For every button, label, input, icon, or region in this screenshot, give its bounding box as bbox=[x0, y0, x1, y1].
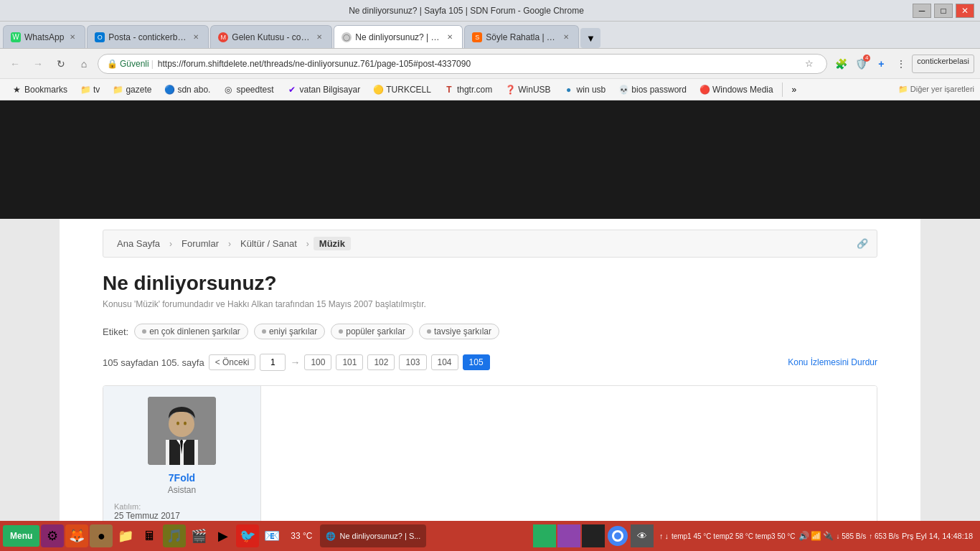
tag-eniyi[interactable]: eniyi şarkılar bbox=[254, 324, 325, 339]
bookmark-label: WinUSB bbox=[518, 85, 550, 95]
close-button[interactable]: ✕ bbox=[956, 4, 974, 18]
add-icon[interactable]: + bbox=[872, 55, 890, 73]
profile-name[interactable]: contickerbelasi bbox=[912, 55, 974, 73]
username[interactable]: 7Fold bbox=[169, 472, 195, 484]
tab-posta[interactable]: O Posta - contickerbelasi... ✕ bbox=[87, 25, 209, 48]
taskbar-icon-9[interactable]: 🐦 bbox=[236, 524, 259, 547]
url-text[interactable]: https://forum.shiftdelete.net/threads/ne… bbox=[158, 59, 796, 69]
bookmarks-more-button[interactable]: » bbox=[786, 81, 803, 98]
taskbar-icon-8[interactable]: ▶ bbox=[212, 524, 235, 547]
tag-en-cok[interactable]: en çok dinlenen şarkılar bbox=[134, 324, 248, 339]
speedtest-icon: ◎ bbox=[223, 85, 233, 95]
taskbar-color-block-2 bbox=[533, 524, 556, 547]
tab-whatsapp[interactable]: W WhatsApp ✕ bbox=[3, 25, 85, 48]
taskbar-icon-2[interactable]: 🦊 bbox=[65, 524, 88, 547]
tab-more-button[interactable]: ▼ bbox=[580, 28, 600, 48]
bookmark-turkcell[interactable]: 🟡 TURKCELL bbox=[367, 81, 437, 98]
taskbar-icon-4[interactable]: 📁 bbox=[114, 524, 137, 547]
bookmark-label: Bookmarks bbox=[24, 85, 67, 95]
taskbar-chrome-icon[interactable] bbox=[606, 524, 629, 547]
start-button[interactable]: Menu bbox=[3, 525, 39, 547]
network-icons: ↑ ↓ bbox=[659, 532, 669, 540]
gelen-icon: M bbox=[218, 32, 228, 42]
taskbar-icon-3[interactable]: ● bbox=[90, 524, 113, 547]
net-speed-up: ↑ 653 B/s bbox=[869, 532, 899, 540]
bookmark-winusb[interactable]: ❓ WinUSB bbox=[499, 81, 556, 98]
breadcrumb-kultur[interactable]: Kültür / Sanat bbox=[235, 236, 302, 251]
home-button[interactable]: ⌂ bbox=[75, 55, 93, 73]
thgtr-icon: T bbox=[444, 85, 454, 95]
page-104[interactable]: 104 bbox=[431, 354, 458, 370]
tab-gelen-close[interactable]: ✕ bbox=[314, 32, 324, 42]
page-100[interactable]: 100 bbox=[304, 354, 331, 370]
tag-label-1: en çok dinlenen şarkılar bbox=[149, 326, 240, 336]
konu-izlemesini-durdur-button[interactable]: Konu İzlemesini Durdur bbox=[788, 357, 877, 367]
page-101[interactable]: 101 bbox=[336, 354, 363, 370]
avatar-svg bbox=[148, 397, 216, 465]
breadcrumb-forumlar[interactable]: Forumlar bbox=[176, 236, 224, 251]
tab-soyle-close[interactable]: ✕ bbox=[561, 32, 571, 42]
taskbar-icon-10[interactable]: 📧 bbox=[260, 524, 283, 547]
prev-page-button[interactable]: < Önceki bbox=[209, 354, 256, 370]
winusb-icon: ❓ bbox=[505, 85, 515, 95]
secure-text: Güvenli bbox=[120, 59, 149, 69]
page-102[interactable]: 102 bbox=[367, 354, 395, 370]
taskbar-active-app[interactable]: 🌐 Ne dinliyorsunuz? | S... bbox=[320, 524, 427, 547]
folder-icon: 📁 bbox=[113, 85, 123, 95]
bios-icon: 💀 bbox=[618, 85, 628, 95]
page-103[interactable]: 103 bbox=[399, 354, 426, 370]
minimize-button[interactable]: ─ bbox=[913, 4, 931, 18]
circle-icon: 🔵 bbox=[164, 85, 174, 95]
tag-populer[interactable]: popüler şarkılar bbox=[331, 324, 413, 339]
url-action-icons: ☆ bbox=[801, 55, 818, 72]
url-bar[interactable]: 🔒 Güvenli | https://forum.shiftdelete.ne… bbox=[98, 54, 827, 74]
taskbar-icon-6[interactable]: 🎵 bbox=[163, 524, 186, 547]
tab-ne-dinliyorsunuz[interactable]: ◯ Ne dinliyorsunuz? | Say... ✕ bbox=[334, 25, 463, 48]
taskbar-icon-1[interactable]: ⚙ bbox=[41, 524, 64, 547]
bookmark-bios[interactable]: 💀 bios password bbox=[613, 81, 692, 98]
windows-media-icon: 🔴 bbox=[699, 85, 710, 95]
taskbar-icon-5[interactable]: 🖩 bbox=[138, 524, 161, 547]
bookmark-gazete[interactable]: 📁 gazete bbox=[107, 81, 157, 98]
tab-soyle[interactable]: S Söyle Rahatla | Sayfa 5 ✕ bbox=[464, 25, 579, 48]
breadcrumb-ana-sayfa[interactable]: Ana Sayfa bbox=[112, 236, 165, 251]
app-icon: 🌐 bbox=[326, 532, 336, 541]
tab-active-close[interactable]: ✕ bbox=[445, 32, 455, 42]
bookmark-vatan[interactable]: ✔ vatan Bilgisayar bbox=[281, 81, 367, 98]
forward-button[interactable]: → bbox=[29, 55, 47, 73]
page-105-current[interactable]: 105 bbox=[463, 354, 490, 370]
window-controls[interactable]: ─ □ ✕ bbox=[913, 4, 974, 18]
bookmark-sdn-abo[interactable]: 🔵 sdn abo. bbox=[159, 81, 216, 98]
tags-label: Etiket: bbox=[103, 326, 128, 337]
maximize-button[interactable]: □ bbox=[934, 4, 953, 18]
tab-posta-close[interactable]: ✕ bbox=[191, 32, 201, 42]
breadcrumb-external-icon[interactable]: 🔗 bbox=[857, 238, 868, 249]
tab-bar: W WhatsApp ✕ O Posta - contickerbelasi..… bbox=[0, 22, 980, 49]
bookmark-speedtest[interactable]: ◎ speedtest bbox=[217, 81, 279, 98]
extensions-icon[interactable]: 🧩 bbox=[831, 55, 850, 73]
tab-whatsapp-close[interactable]: ✕ bbox=[67, 32, 77, 42]
bookmark-thgtr[interactable]: T thgtr.com bbox=[438, 81, 498, 98]
tag-tavsiye[interactable]: tavsiye şarkılar bbox=[419, 324, 499, 339]
reload-button[interactable]: ↻ bbox=[52, 55, 70, 73]
shield-icon[interactable]: 🛡️ 4 bbox=[852, 55, 870, 73]
menu-icon[interactable]: ⋮ bbox=[892, 55, 910, 73]
bookmark-windows-media[interactable]: 🔴 Windows Media bbox=[694, 81, 779, 98]
lock-icon: 🔒 bbox=[107, 59, 118, 69]
bookmarks-bar: ★ Bookmarks 📁 tv 📁 gazete 🔵 sdn abo. ◎ s… bbox=[0, 79, 980, 100]
back-button[interactable]: ← bbox=[6, 55, 24, 73]
taskbar-icon-7[interactable]: 🎬 bbox=[187, 524, 210, 547]
tab-gelen[interactable]: M Gelen Kutusu - conficke... ✕ bbox=[210, 25, 332, 48]
bookmark-win-usb[interactable]: ● win usb bbox=[558, 81, 612, 98]
taskbar-icon-misc[interactable]: 👁 bbox=[631, 524, 654, 547]
bookmark-star-icon[interactable]: ☆ bbox=[801, 55, 818, 72]
star-icon: ★ bbox=[11, 85, 22, 95]
diğer-yer-isaretleri[interactable]: 📁 Diğer yer işaretleri bbox=[898, 85, 974, 94]
status-icons: 🔊 📶 🔌 bbox=[798, 531, 834, 541]
svg-point-8 bbox=[184, 422, 187, 425]
user-avatar bbox=[148, 397, 216, 465]
page-input[interactable] bbox=[260, 354, 286, 371]
bookmark-tv[interactable]: 📁 tv bbox=[75, 81, 105, 98]
window-title: Ne dinliyorsunuz? | Sayfa 105 | SDN Foru… bbox=[20, 6, 913, 16]
bookmark-bookmarks[interactable]: ★ Bookmarks bbox=[6, 81, 73, 98]
